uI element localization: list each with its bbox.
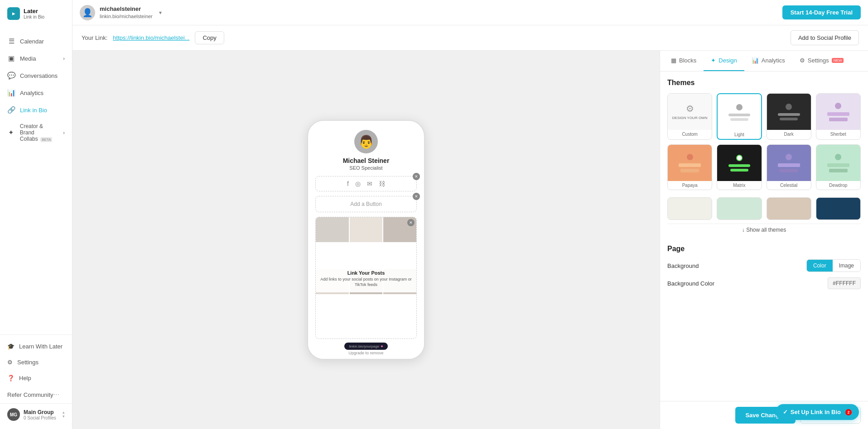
logo-subtitle: Link in Bio	[24, 14, 44, 19]
sidebar-item-calendar[interactable]: ☰ Calendar	[0, 33, 72, 50]
mg-sub: 0 Social Profiles	[24, 415, 59, 420]
tab-blocks-label: Blocks	[679, 57, 696, 64]
color-toggle-button[interactable]: Color	[807, 260, 833, 272]
theme-custom-label: Custom	[668, 130, 712, 138]
partial-themes-row	[667, 197, 861, 220]
theme-matrix-preview	[717, 145, 761, 181]
phone-add-button[interactable]: ✕ Add a Button	[315, 196, 417, 212]
media-arrow: ›	[63, 56, 65, 61]
bg-color-label: Background Color	[667, 280, 828, 287]
theme-matrix[interactable]: Matrix	[717, 144, 762, 190]
theme-matrix-bar2	[730, 169, 749, 172]
themes-title: Themes	[667, 79, 861, 87]
phone-social-icons: ✕ f ◎ ✉ ⛓	[315, 176, 417, 191]
theme-papaya-bar1	[679, 163, 701, 167]
sidebar-refer[interactable]: Refer Community ···	[0, 386, 72, 403]
theme-dark-label: Dark	[767, 130, 811, 138]
analytics-icon: 📊	[7, 89, 15, 97]
sidebar-item-media[interactable]: ▣ Media ›	[0, 50, 72, 67]
theme-papaya-label: Papaya	[668, 181, 712, 190]
content-area: 👨 Michael Steiner SEO Specialist ✕ f ◎ ✉…	[72, 51, 868, 429]
setup-link-in-bio-button[interactable]: ✓ Set Up Link in Bio 2	[776, 404, 859, 420]
theme-light-bar2	[730, 118, 748, 121]
partial-theme-4[interactable]	[816, 197, 861, 220]
show-all-themes-button[interactable]: ↓ Show all themes	[667, 224, 861, 236]
learn-icon: 🎓	[7, 343, 14, 350]
theme-dewdrop[interactable]: Dewdrop	[816, 144, 861, 190]
partial-theme-2[interactable]	[717, 197, 762, 220]
link-url[interactable]: https://linkin.bio/michaelstei...	[113, 34, 189, 41]
theme-matrix-bar1	[728, 164, 751, 167]
close-add-btn-icon[interactable]: ✕	[413, 193, 420, 200]
sidebar-item-creator-brand[interactable]: ✦ Creator & BrandCollabs BETA ›	[0, 119, 72, 147]
community-text: Community	[24, 391, 53, 398]
posts-overlay: Link Your Posts Add links to your social…	[316, 266, 416, 292]
phone-title: SEO Specialist	[349, 165, 382, 171]
page-section: Page Background Color Image Background C…	[667, 245, 861, 289]
theme-light-avatar	[736, 104, 743, 110]
sidebar-item-analytics[interactable]: 📊 Analytics	[0, 84, 72, 101]
theme-sherbet-preview	[816, 94, 860, 130]
start-trial-button[interactable]: Start 14-Day Free Trial	[782, 5, 861, 19]
close-posts-icon[interactable]: ✕	[407, 219, 415, 226]
refer-dots: ···	[53, 391, 65, 399]
sidebar-bottom: 🎓 Learn With Later ⚙ Settings ❓ Help Ref…	[0, 334, 72, 429]
theme-papaya[interactable]: Papaya	[667, 144, 712, 190]
phone-name: Michael Steiner	[343, 157, 390, 164]
learn-label: Learn With Later	[19, 343, 63, 350]
linkin-badge: linkin.bio/yourpage ●	[344, 343, 387, 350]
link-label: Your Link:	[82, 34, 107, 41]
themes-grid: ⚙ DESIGN YOUR OWN Custom Light	[667, 93, 861, 190]
theme-papaya-avatar	[687, 154, 693, 160]
theme-dark-bar1	[778, 113, 800, 116]
theme-sherbet-label: Sherbet	[816, 130, 860, 138]
theme-dark[interactable]: Dark	[767, 93, 811, 140]
tab-blocks[interactable]: ▦ Blocks	[664, 51, 704, 71]
phone-inner: 👨 Michael Steiner SEO Specialist ✕ f ◎ ✉…	[308, 121, 424, 339]
theme-sherbet[interactable]: Sherbet	[816, 93, 861, 140]
sidebar-item-label: Analytics	[20, 90, 43, 96]
background-row: Background Color Image	[667, 259, 861, 272]
partial-theme-1[interactable]	[667, 197, 712, 220]
add-social-profile-button[interactable]: Add to Social Profile	[791, 30, 859, 45]
profile-url: linkin.bio/michaelsteiner	[100, 13, 153, 19]
theme-light-bar1	[728, 114, 750, 116]
sidebar-item-conversations[interactable]: 💬 Conversations	[0, 67, 72, 84]
theme-dewdrop-bar1	[827, 163, 849, 167]
profile-avatar: 👤	[80, 5, 95, 20]
theme-custom-preview: ⚙ DESIGN YOUR OWN	[668, 94, 712, 130]
image-toggle-button[interactable]: Image	[833, 260, 860, 272]
sidebar-item-settings[interactable]: ⚙ Settings	[0, 354, 72, 370]
tab-settings[interactable]: ⚙ Settings NEW	[792, 51, 851, 71]
main-group[interactable]: MG Main Group 0 Social Profiles ▴ ▾	[0, 403, 72, 425]
help-icon: ❓	[7, 375, 14, 381]
tab-analytics-label: Analytics	[762, 57, 785, 64]
theme-celestial-bar2	[780, 169, 798, 172]
tab-settings-label: Settings	[808, 57, 829, 64]
theme-light-label: Light	[718, 130, 761, 139]
profile-section[interactable]: 👤 michaelsteiner linkin.bio/michaelstein…	[80, 5, 162, 20]
theme-celestial[interactable]: Celestial	[767, 144, 811, 190]
link-in-bio-icon: 🔗	[7, 106, 15, 114]
post-image-1	[316, 217, 349, 242]
design-own-text: DESIGN YOUR OWN	[672, 116, 708, 120]
sidebar-item-label: Conversations	[20, 72, 58, 79]
tab-design[interactable]: ✦ Design	[704, 51, 744, 71]
bg-color-value[interactable]: #FFFFFF	[828, 277, 861, 289]
upgrade-text: Upgrade to remove	[348, 351, 383, 355]
partial-theme-3[interactable]	[767, 197, 811, 220]
copy-button[interactable]: Copy	[195, 31, 224, 44]
theme-dewdrop-avatar	[835, 154, 841, 160]
theme-celestial-label: Celestial	[767, 181, 811, 190]
close-social-icon[interactable]: ✕	[413, 173, 420, 180]
sidebar-item-help[interactable]: ❓ Help	[0, 370, 72, 386]
sidebar-item-learn[interactable]: 🎓 Learn With Later	[0, 338, 72, 354]
settings-tab-icon: ⚙	[800, 57, 805, 64]
sidebar-item-link-in-bio[interactable]: 🔗 Link in Bio	[0, 101, 72, 119]
tab-analytics[interactable]: 📊 Analytics	[744, 51, 792, 71]
theme-custom[interactable]: ⚙ DESIGN YOUR OWN Custom	[667, 93, 712, 140]
theme-sherbet-bar1	[827, 112, 849, 116]
theme-light[interactable]: Light	[717, 93, 762, 140]
theme-sherbet-bar2	[829, 118, 848, 121]
background-toggle: Color Image	[806, 259, 861, 272]
